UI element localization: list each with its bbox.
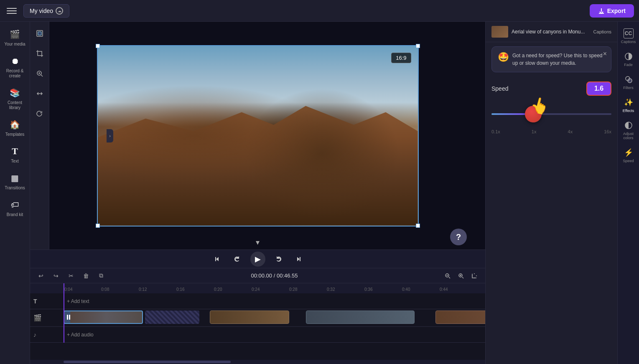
speed-tick-3: 16x — [604, 129, 611, 134]
play-button[interactable]: ▶ — [250, 252, 265, 267]
sidebar-item-transitions[interactable]: ▦ Transitions — [2, 169, 28, 194]
speed-header: Speed 1.6 — [491, 81, 611, 96]
svg-point-7 — [628, 79, 632, 83]
content-library-icon: 📚 — [9, 87, 21, 99]
speed-slider-track[interactable]: 👆 — [491, 113, 611, 115]
timeline-tracks: T + Add text 🎬 — [30, 293, 485, 343]
export-button[interactable]: Export — [590, 4, 634, 18]
add-text-label: + Add text — [67, 298, 89, 304]
ruler-mark: 0:12 — [139, 287, 176, 292]
cut-button[interactable]: ✂ — [65, 270, 77, 282]
tooltip-header: 🤩 Got a need for speed? Use this to spee… — [498, 52, 605, 67]
project-name-button[interactable]: My video ☁ — [23, 4, 69, 18]
timeline-scroll-thumb[interactable] — [64, 361, 231, 363]
forward-5s-button[interactable] — [272, 252, 285, 266]
sidebar-item-text[interactable]: T Text — [2, 142, 28, 167]
speed-tab[interactable]: ⚡ Speed — [619, 144, 639, 166]
chevron-down[interactable]: ▾ — [256, 238, 260, 247]
speed-slider-thumb[interactable]: 👆 — [525, 106, 542, 122]
resize-handle-tl[interactable] — [96, 44, 100, 48]
video-track-content — [64, 309, 485, 326]
export-label: Export — [607, 8, 626, 14]
effects-tab[interactable]: ✨ Effects — [619, 94, 639, 116]
speed-tick-1: 1x — [532, 129, 537, 134]
timeline-time-display: 00:00.00 / 00:46.55 — [110, 272, 438, 279]
redo-button[interactable]: ↪ — [50, 270, 62, 282]
delete-button[interactable]: 🗑 — [80, 270, 92, 282]
crop-button[interactable] — [31, 45, 48, 62]
templates-label: Templates — [5, 132, 25, 137]
adjust-colors-tab-label: Adjust colors — [620, 132, 637, 140]
video-clip-4[interactable] — [435, 311, 485, 324]
sidebar-item-record-create[interactable]: ⏺ Record & create — [2, 52, 28, 82]
svg-rect-1 — [38, 32, 41, 35]
fade-tab[interactable]: Fade — [619, 48, 639, 70]
your-media-label: Your media — [4, 42, 25, 47]
help-button[interactable]: ? — [450, 229, 467, 245]
clip-pause-icon — [67, 315, 70, 320]
timeline-toolbar: ↩ ↪ ✂ 🗑 ⧉ 00:00.00 / 00:46.55 — [30, 268, 485, 283]
audio-track-content[interactable]: + Add audio — [64, 327, 485, 342]
resize-handle-tr[interactable] — [416, 44, 420, 48]
rewind-5s-button[interactable] — [230, 252, 244, 266]
speed-icon: ⚡ — [624, 148, 634, 158]
add-text-button[interactable]: + Add text — [64, 293, 485, 309]
flip-button[interactable] — [31, 85, 48, 102]
resize-handle-bl[interactable] — [96, 224, 100, 228]
video-track-row: 🎬 — [30, 309, 485, 327]
your-media-icon: 🎬 — [9, 28, 21, 40]
video-clip-1[interactable] — [64, 311, 143, 324]
tooltip-close-button[interactable]: × — [603, 50, 607, 58]
text-track-content[interactable]: + Add text — [64, 293, 485, 309]
timeline-area: ↩ ↪ ✂ 🗑 ⧉ 00:00.00 / 00:46.55 — [30, 268, 485, 364]
zoom-out-button[interactable] — [442, 270, 453, 282]
filters-tab[interactable]: Filters — [619, 71, 639, 93]
video-track-label: 🎬 — [30, 314, 64, 322]
copy-button[interactable]: ⧉ — [95, 270, 107, 282]
skip-forward-button[interactable] — [292, 252, 305, 266]
video-clip-3[interactable] — [306, 311, 415, 324]
speed-value-box[interactable]: 1.6 — [586, 81, 611, 96]
captions-icon: CC — [624, 28, 634, 38]
sidebar-item-brand-kit[interactable]: 🏷 Brand kit — [2, 196, 28, 221]
timeline-zoom-group — [442, 270, 480, 282]
ruler-mark: 0:36 — [364, 287, 402, 292]
ruler-mark: 0:20 — [214, 287, 252, 292]
adjust-colors-tab[interactable]: Adjust colors — [619, 117, 639, 143]
zoom-button[interactable] — [31, 65, 48, 82]
undo-button[interactable]: ↩ — [35, 270, 47, 282]
speed-slider-container: 👆 — [491, 102, 611, 127]
sidebar-item-content-library[interactable]: 📚 Content library — [2, 84, 28, 114]
add-audio-label: + Add audio — [67, 332, 94, 338]
left-panel-collapse[interactable]: › — [107, 129, 113, 143]
captions-tab-label: Captions — [621, 40, 636, 44]
sidebar-item-your-media[interactable]: 🎬 Your media — [2, 25, 28, 50]
zoom-in-button[interactable] — [455, 270, 467, 282]
rotate-button[interactable] — [31, 105, 48, 122]
resize-handle-br[interactable] — [416, 224, 420, 228]
speed-section: Speed 1.6 👆 0.1x 1x 4x — [486, 76, 617, 139]
add-audio-button[interactable]: + Add audio — [64, 327, 485, 342]
right-sidebar: CC Captions Fade — [617, 22, 639, 364]
top-bar: My video ☁ Export — [0, 0, 639, 22]
captions-tab[interactable]: CC Captions — [619, 25, 639, 47]
sidebar-item-templates[interactable]: 🏠 Templates — [2, 115, 28, 140]
video-canvas — [98, 46, 418, 226]
timeline-scrollbar[interactable] — [30, 360, 485, 364]
clip-thumbnail — [491, 26, 508, 38]
skip-back-button[interactable] — [210, 252, 224, 266]
right-panel: Aerial view of canyons in Monu... Captio… — [485, 22, 639, 364]
menu-button[interactable] — [5, 4, 18, 18]
fit-to-screen-button[interactable] — [31, 25, 48, 42]
tooltip-text: Got a need for speed? Use this to speed … — [512, 52, 605, 67]
ruler-mark: 0:44 — [440, 287, 477, 292]
ruler-mark: 0:24 — [252, 287, 289, 292]
ruler-labels: 0:04 0:08 0:12 0:16 0:20 0:24 0:28 0:32 … — [64, 287, 477, 292]
project-name-label: My video — [30, 8, 53, 14]
video-clip-2[interactable] — [210, 311, 289, 324]
fit-timeline-button[interactable] — [468, 270, 480, 282]
main-layout: 🎬 Your media ⏺ Record & create 📚 Content… — [0, 22, 639, 364]
timeline-content: 0:04 0:08 0:12 0:16 0:20 0:24 0:28 0:32 … — [30, 283, 485, 360]
ruler-mark: 0:32 — [327, 287, 364, 292]
speed-hatched-overlay — [145, 311, 199, 324]
